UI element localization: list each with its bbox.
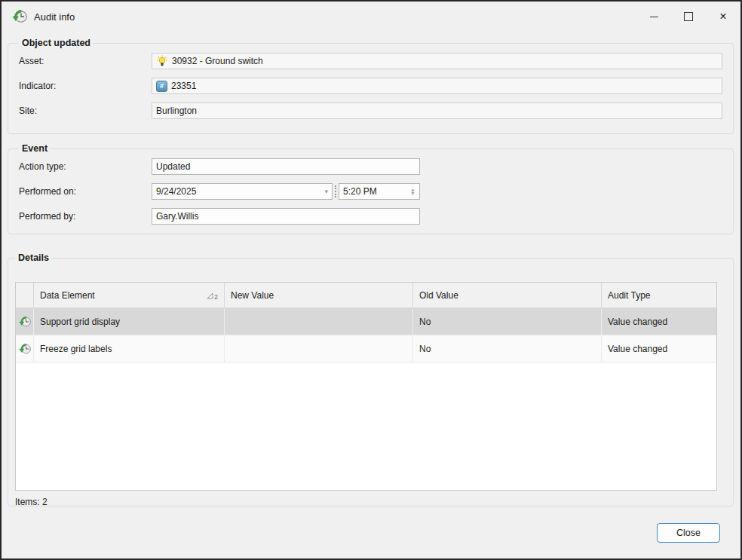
performed-by-label: Performed by: (19, 211, 152, 222)
header-new-value[interactable]: New Value (225, 283, 413, 308)
cell-audit-type: Value changed (602, 308, 716, 335)
performed-on-label: Performed on: (19, 186, 152, 197)
indicator-value: 23351 (171, 81, 196, 91)
header-data-element[interactable]: Data Element 2 (34, 283, 225, 308)
performed-on-time-field[interactable]: 5:20 PM ▲▼ (339, 183, 420, 200)
performed-on-row: Performed on: 9/24/2025 ▾ 5:20 PM ▲▼ (19, 183, 722, 200)
header-old-value[interactable]: Old Value (413, 283, 602, 308)
performed-by-row: Performed by: Gary.Willis (19, 208, 722, 225)
maximize-icon (684, 12, 693, 21)
close-icon: × (719, 11, 726, 23)
time-spinner[interactable]: ▲▼ (410, 188, 415, 195)
indicator-label: Indicator: (19, 81, 152, 91)
performed-on-date-field[interactable]: 9/24/2025 ▾ (152, 183, 333, 200)
asset-label: Asset: (19, 56, 152, 66)
items-count: Items: 2 (15, 497, 726, 507)
cell-old-value: No (413, 308, 602, 335)
audit-clock-icon (12, 9, 27, 24)
asset-field[interactable]: 30932 - Ground switch (152, 53, 722, 69)
spinner-down-icon[interactable]: ▼ (410, 191, 415, 195)
grid-header: Data Element 2 New Value Old Value Audit… (16, 283, 716, 308)
table-row[interactable]: Support grid display No Value changed (16, 308, 716, 335)
performed-by-field[interactable]: Gary.Willis (152, 208, 420, 225)
close-window-button[interactable]: × (706, 2, 740, 32)
indicator-field[interactable]: # 23351 (152, 78, 722, 94)
close-button[interactable]: Close (657, 523, 720, 543)
date-dropdown-icon[interactable]: ▾ (324, 188, 328, 195)
performed-on-date-value: 9/24/2025 (156, 186, 196, 197)
cell-audit-type: Value changed (602, 335, 716, 362)
dialog-footer: Close (2, 506, 740, 558)
window-controls: × (636, 2, 740, 32)
action-type-value: Updated (156, 161, 190, 172)
details-grid: Data Element 2 New Value Old Value Audit… (15, 282, 717, 491)
asset-row: Asset: 30932 - Ground switch (19, 53, 722, 69)
header-icon-column (16, 283, 34, 308)
minimize-button[interactable] (636, 2, 671, 32)
site-row: Site: Burlington (19, 103, 722, 119)
sort-order-badge: 2 (214, 293, 218, 301)
object-updated-group: Object updated Asset: 30932 - Ground swi… (8, 38, 734, 134)
asset-value: 30932 - Ground switch (172, 56, 263, 66)
site-label: Site: (19, 106, 152, 116)
performed-by-value: Gary.Willis (156, 211, 198, 222)
cell-data-element: Support grid display (34, 308, 225, 335)
indicator-row: Indicator: # 23351 (19, 78, 722, 94)
site-value: Burlington (156, 106, 197, 116)
cell-new-value (225, 308, 413, 335)
hash-badge-icon: # (156, 81, 167, 92)
details-group: Details Data Element 2 New Value Old Val… (8, 252, 734, 506)
sort-ascending-icon: 2 (207, 292, 218, 299)
table-row[interactable]: Freeze grid labels No Value changed (16, 335, 716, 363)
event-group: Event Action type: Updated Performed on:… (8, 143, 734, 234)
lightbulb-icon (156, 55, 168, 67)
maximize-button[interactable] (671, 2, 706, 32)
date-time-divider (335, 185, 336, 197)
cell-data-element: Freeze grid labels (34, 335, 225, 362)
details-legend: Details (15, 252, 52, 263)
object-updated-legend: Object updated (19, 38, 94, 48)
row-icon-cell (16, 308, 34, 335)
performed-on-time-value: 5:20 PM (343, 186, 377, 197)
action-type-label: Action type: (19, 161, 152, 172)
action-type-field[interactable]: Updated (152, 158, 420, 175)
titlebar: Audit info × (2, 2, 740, 32)
audit-info-dialog: Audit info × Object updated Asset: 30932… (0, 0, 742, 560)
minimize-icon (650, 17, 658, 17)
window-title: Audit info (34, 11, 75, 23)
event-legend: Event (19, 143, 51, 154)
header-audit-type[interactable]: Audit Type (602, 283, 716, 308)
audit-clock-icon (19, 343, 31, 355)
row-icon-cell (16, 335, 34, 362)
action-type-row: Action type: Updated (19, 158, 722, 175)
cell-new-value (225, 335, 413, 362)
audit-clock-icon (19, 316, 31, 328)
site-field[interactable]: Burlington (152, 103, 722, 119)
cell-old-value: No (413, 335, 602, 362)
